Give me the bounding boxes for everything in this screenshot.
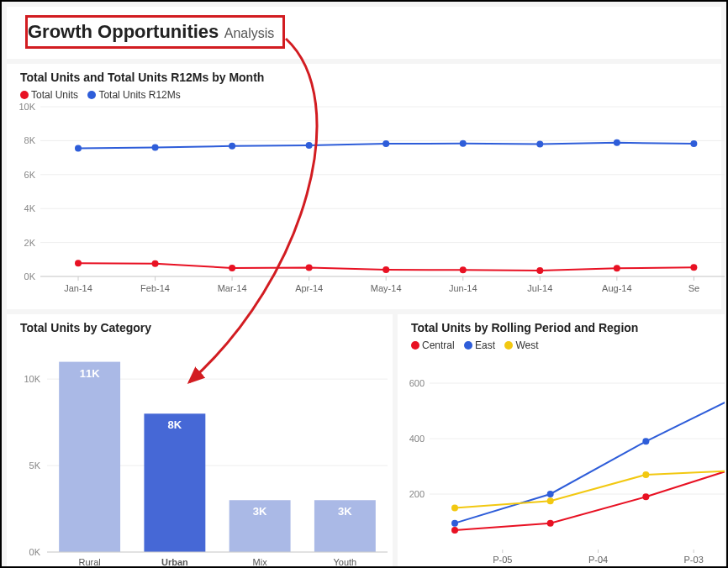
svg-text:10K: 10K [24,374,40,384]
svg-text:Feb-14: Feb-14 [140,283,170,293]
chart-units-by-month[interactable]: Total Units and Total Units R12Ms by Mon… [7,64,721,309]
svg-text:Apr-14: Apr-14 [295,283,323,293]
svg-point-74 [451,527,458,534]
legend-label: Total Units [31,89,78,101]
legend-label: Central [422,339,455,351]
dot-icon [20,91,29,99]
svg-point-79 [547,491,554,497]
svg-text:May-14: May-14 [371,283,402,293]
svg-point-15 [306,264,313,271]
svg-text:5K: 5K [29,460,41,471]
svg-text:Mar-14: Mar-14 [218,283,247,293]
legend-label: East [475,339,495,351]
chart-title: Total Units and Total Units R12Ms by Mon… [7,64,721,89]
title-card: Growth Opportunities Analysis [7,7,721,59]
dot-icon [87,91,96,99]
svg-text:0K: 0K [24,271,36,281]
svg-text:400: 400 [409,434,425,444]
plot-area: 0K5K10K11KRural8KUrban3KMix3KYouth [7,339,393,568]
chart-units-by-category[interactable]: Total Units by Category 0K5K10K11KRural8… [7,314,393,568]
svg-point-27 [536,140,543,147]
svg-text:Rural: Rural [78,557,100,567]
svg-text:Se: Se [688,283,699,293]
svg-text:0K: 0K [29,547,41,557]
svg-point-76 [642,493,649,500]
svg-text:Mix: Mix [253,557,268,567]
dot-icon [464,341,472,350]
chart-legend: Total Units Total Units R12Ms [7,89,721,103]
svg-text:11K: 11K [80,367,100,380]
svg-text:Aug-14: Aug-14 [602,283,631,293]
svg-point-24 [306,142,313,149]
svg-text:10K: 10K [18,103,35,112]
svg-text:Jan-14: Jan-14 [64,283,92,293]
svg-text:Jun-14: Jun-14 [449,283,477,293]
plot-area: 0K2K4K6K8K10KJan-14Feb-14Mar-14Apr-14May… [7,103,721,297]
svg-text:8K: 8K [168,418,182,431]
legend-label: Total Units R12Ms [98,89,180,101]
svg-text:P-03: P-03 [684,555,704,565]
legend-item-east[interactable]: East [464,339,495,351]
svg-point-19 [614,265,620,271]
plot-area: 200400600P-05P-04P-03 [398,354,725,568]
chart-units-by-rolling-period[interactable]: Total Units by Rolling Period and Region… [398,314,725,568]
svg-point-23 [229,143,235,150]
svg-point-20 [690,264,697,271]
svg-point-14 [229,265,235,271]
svg-rect-55 [59,362,120,552]
svg-text:600: 600 [409,378,425,388]
svg-point-25 [382,140,389,147]
svg-point-17 [460,266,467,273]
legend-item-central[interactable]: Central [411,339,455,351]
svg-point-75 [547,520,554,527]
dot-icon [504,341,513,350]
svg-text:3K: 3K [253,505,267,518]
svg-point-29 [690,140,697,147]
svg-point-16 [382,266,389,273]
svg-point-22 [152,144,159,150]
svg-point-78 [451,520,458,527]
svg-text:6K: 6K [24,170,36,180]
svg-text:P-05: P-05 [493,555,512,565]
svg-point-18 [536,267,543,274]
svg-text:8K: 8K [24,135,36,145]
svg-point-12 [75,260,82,266]
svg-text:P-04: P-04 [588,555,608,565]
title-highlight-box: Growth Opportunities Analysis [25,15,285,49]
svg-text:Urban: Urban [161,557,188,567]
legend-item-total-units[interactable]: Total Units [20,89,78,101]
page-subtitle: Analysis [224,26,275,40]
svg-point-82 [451,505,458,512]
svg-text:4K: 4K [24,203,36,213]
svg-text:3K: 3K [338,505,352,518]
svg-point-21 [75,145,82,151]
svg-text:Youth: Youth [334,557,357,567]
svg-text:Jul-14: Jul-14 [527,283,552,293]
dot-icon [411,341,419,350]
svg-point-26 [460,140,467,147]
page-title: Growth Opportunities [28,21,219,42]
svg-point-83 [547,497,554,504]
chart-legend: Central East West [398,339,725,354]
svg-text:2K: 2K [24,238,36,248]
svg-text:200: 200 [409,489,425,499]
svg-rect-58 [144,413,205,552]
chart-title: Total Units by Rolling Period and Region [398,314,725,339]
svg-point-80 [642,438,649,444]
chart-title: Total Units by Category [7,314,393,339]
legend-label: West [515,339,538,351]
svg-point-84 [642,471,649,478]
legend-item-total-units-r12ms[interactable]: Total Units R12Ms [87,89,180,101]
svg-point-13 [152,260,159,267]
svg-point-28 [614,139,620,146]
legend-item-west[interactable]: West [504,339,538,351]
